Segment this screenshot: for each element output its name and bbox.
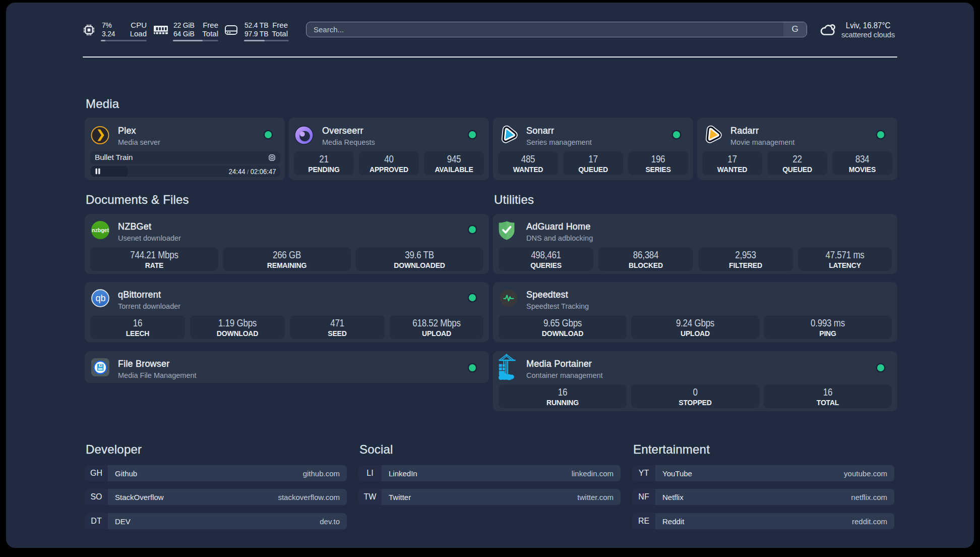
svg-text:qb: qb: [95, 293, 105, 303]
svg-text:nzbget: nzbget: [92, 227, 109, 233]
